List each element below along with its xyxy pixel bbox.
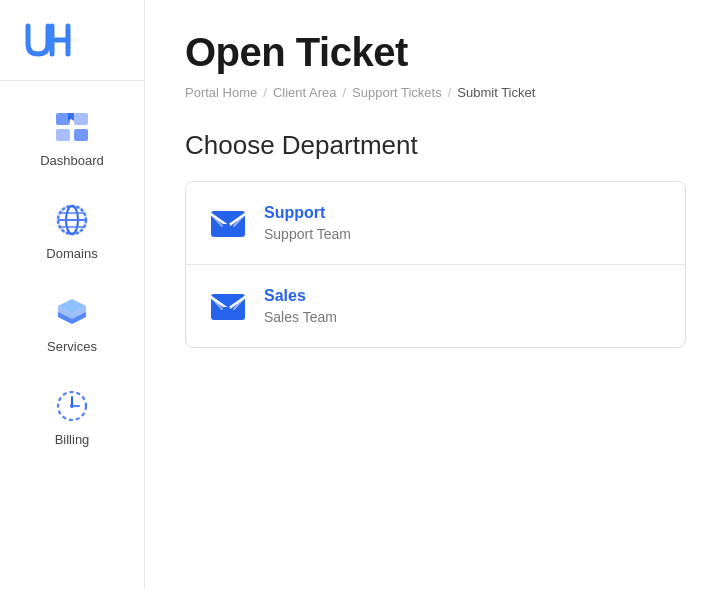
breadcrumb-sep-1: / (263, 85, 267, 100)
support-mail-icon (210, 206, 246, 242)
departments-container: Support Support Team Sales Sales Team (185, 181, 686, 348)
sidebar: Dashboard Domains (0, 0, 145, 589)
sidebar-item-dashboard[interactable]: Dashboard (0, 89, 144, 182)
svg-rect-3 (56, 113, 70, 125)
app-logo (22, 18, 74, 62)
breadcrumb-support-tickets[interactable]: Support Tickets (352, 85, 442, 100)
breadcrumb-portal-home[interactable]: Portal Home (185, 85, 257, 100)
domains-icon (48, 200, 96, 240)
sidebar-item-domains[interactable]: Domains (0, 182, 144, 275)
main-content: Open Ticket Portal Home / Client Area / … (145, 0, 726, 589)
sidebar-item-dashboard-label: Dashboard (40, 153, 104, 168)
sidebar-item-billing-label: Billing (55, 432, 90, 447)
breadcrumb-sep-2: / (342, 85, 346, 100)
breadcrumb-submit-ticket: Submit Ticket (457, 85, 535, 100)
sidebar-item-services[interactable]: Services (0, 275, 144, 368)
support-dept-desc: Support Team (264, 226, 351, 242)
department-support[interactable]: Support Support Team (186, 182, 685, 265)
department-sales[interactable]: Sales Sales Team (186, 265, 685, 347)
section-title: Choose Department (185, 130, 686, 161)
sidebar-nav: Dashboard Domains (0, 81, 144, 461)
sidebar-item-services-label: Services (47, 339, 97, 354)
svg-rect-6 (74, 129, 88, 141)
support-dept-info: Support Support Team (264, 204, 351, 242)
sales-dept-name: Sales (264, 287, 337, 305)
breadcrumb-sep-3: / (448, 85, 452, 100)
dashboard-icon (48, 107, 96, 147)
page-title: Open Ticket (185, 30, 686, 75)
billing-icon (48, 386, 96, 426)
svg-rect-4 (74, 113, 88, 125)
support-dept-name: Support (264, 204, 351, 222)
sidebar-item-domains-label: Domains (46, 246, 97, 261)
breadcrumb: Portal Home / Client Area / Support Tick… (185, 85, 686, 100)
sales-mail-icon (210, 289, 246, 325)
logo-area (0, 0, 144, 80)
services-icon (48, 293, 96, 333)
sidebar-item-billing[interactable]: Billing (0, 368, 144, 461)
sales-dept-desc: Sales Team (264, 309, 337, 325)
breadcrumb-client-area[interactable]: Client Area (273, 85, 337, 100)
svg-rect-5 (56, 129, 70, 141)
sales-dept-info: Sales Sales Team (264, 287, 337, 325)
